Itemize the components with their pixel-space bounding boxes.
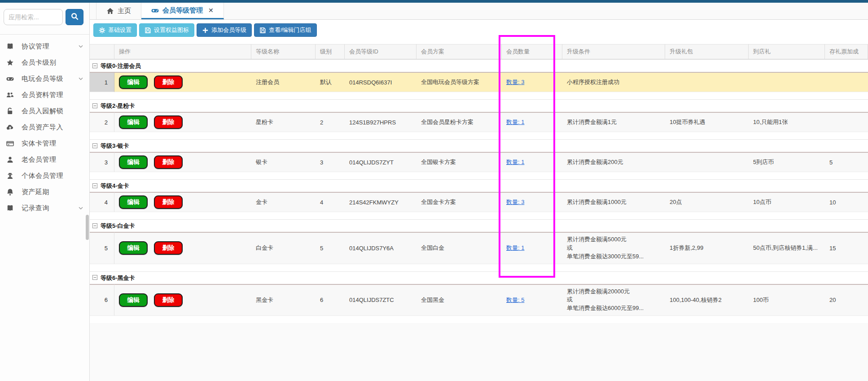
sidebar-item-会员资产导入[interactable]: 会员资产导入: [0, 119, 89, 135]
collapse-icon: [92, 103, 97, 110]
delete-button[interactable]: 删除: [154, 75, 183, 89]
empty-area: [90, 323, 868, 381]
member-count-link[interactable]: 数量: 1: [506, 158, 524, 166]
star-icon: [6, 59, 16, 66]
sidebar-item-label: 资产延期: [22, 188, 84, 196]
tab-主页[interactable]: 主页: [96, 3, 141, 19]
users-icon: [6, 91, 16, 99]
sidebar-item-个体会员管理[interactable]: 个体会员管理: [0, 168, 89, 184]
group-title: 等级2-星粉卡: [101, 102, 135, 110]
plus-icon: [202, 27, 209, 34]
sidebar-item-协议管理[interactable]: 协议管理: [0, 38, 89, 54]
row-number-cell: 1: [90, 72, 114, 92]
ticket-bonus-cell: 10: [825, 192, 868, 212]
sidebar-item-label: 记录查询: [22, 204, 78, 213]
toolbar-button-label: 添加会员等级: [211, 26, 246, 34]
level-name-cell: 黑金卡: [251, 284, 316, 316]
toolbar-button-添加会员等级[interactable]: 添加会员等级: [197, 23, 252, 37]
member-count-link[interactable]: 数量: 1: [506, 244, 524, 252]
upgrade-condition-cell: 累计消费金额满5000元 或 单笔消费金额达3000元至59...: [562, 232, 665, 264]
member-count-link[interactable]: 数量: 3: [506, 198, 524, 206]
user-secret-icon: [6, 172, 16, 180]
arrival-gift-cell: 10点币: [749, 192, 825, 212]
member-count-cell: 数量: 3: [502, 72, 562, 92]
level-cell: 6: [316, 284, 345, 316]
column-header-会员方案: 会员方案: [416, 44, 502, 59]
delete-button[interactable]: 删除: [154, 115, 183, 129]
collapse-icon: [92, 143, 97, 150]
row-number-cell: 6: [90, 284, 114, 316]
level-name-cell: 金卡: [251, 192, 316, 212]
sidebar-scrollbar-thumb[interactable]: [86, 215, 89, 240]
member-level-id-cell: 014RSDQ6I637I: [345, 72, 416, 92]
group-header-row[interactable]: 等级0-注册会员: [90, 59, 868, 72]
delete-button[interactable]: 删除: [154, 195, 183, 209]
group-header-row[interactable]: 等级3-银卡: [90, 139, 868, 152]
row-spacer: [90, 316, 868, 323]
toolbar: 基础设置设置权益图标添加会员等级查看/编辑门店组: [90, 20, 868, 40]
sidebar-item-记录查询[interactable]: 记录查询: [0, 200, 89, 216]
collapse-icon: [92, 275, 97, 281]
column-header-存礼票加成: 存礼票加成: [825, 44, 868, 59]
sidebar-item-会员入园解锁[interactable]: 会员入园解锁: [0, 103, 89, 119]
column-header-升级条件: 升级条件: [562, 44, 665, 59]
chevron-down-icon: [78, 75, 84, 82]
member-count-link[interactable]: 数量: 3: [506, 78, 524, 86]
cloud-upload-icon: [6, 124, 16, 131]
edit-button[interactable]: 编辑: [119, 75, 148, 89]
delete-button[interactable]: 删除: [154, 155, 183, 169]
upgrade-gift-cell: 100,100-40,核销券2: [665, 284, 749, 316]
delete-button[interactable]: 删除: [154, 293, 183, 307]
level-cell: 4: [316, 192, 345, 212]
upgrade-gift-cell: 1折券新,2,99: [665, 232, 749, 264]
sidebar-item-会员资料管理[interactable]: 会员资料管理: [0, 87, 89, 103]
edit-button[interactable]: 编辑: [119, 241, 148, 255]
search-button[interactable]: [66, 9, 83, 25]
sidebar-item-资产延期[interactable]: 资产延期: [0, 184, 89, 200]
group-header-row[interactable]: 等级5-白金卡: [90, 219, 868, 232]
column-header-row-number: [90, 44, 114, 59]
member-count-cell: 数量: 1: [502, 232, 562, 264]
unlock-icon: [6, 107, 16, 115]
level-name-cell: 星粉卡: [251, 112, 316, 132]
edit-button[interactable]: 编辑: [119, 293, 148, 307]
bell-icon: [6, 188, 16, 196]
delete-button[interactable]: 删除: [154, 241, 183, 255]
book-icon: [6, 204, 16, 212]
sidebar-item-label: 会员资料管理: [22, 91, 84, 99]
toolbar-button-设置权益图标[interactable]: 设置权益图标: [139, 23, 194, 37]
member-count-cell: 数量: 1: [502, 152, 562, 172]
row-spacer: [90, 264, 868, 271]
member-plan-cell: 全国会员星粉卡方案: [416, 112, 502, 132]
sidebar-item-老会员管理[interactable]: 老会员管理: [0, 151, 89, 168]
sidebar-item-会员卡级别[interactable]: 会员卡级别: [0, 54, 89, 71]
search-icon: [70, 12, 79, 22]
member-count-link[interactable]: 数量: 1: [506, 118, 524, 126]
group-header-row[interactable]: 等级2-星粉卡: [90, 99, 868, 112]
group-title: 等级4-金卡: [101, 182, 129, 190]
member-count-link[interactable]: 数量: 5: [506, 296, 524, 304]
search-input[interactable]: [4, 9, 63, 25]
sidebar-item-label: 老会员管理: [22, 155, 84, 164]
edit-button[interactable]: 编辑: [119, 195, 148, 209]
member-count-cell: 数量: 3: [502, 192, 562, 212]
sidebar-item-电玩会员等级[interactable]: 电玩会员等级: [0, 71, 89, 87]
group-title: 等级0-注册会员: [101, 62, 141, 70]
arrival-gift-cell: 100币: [749, 284, 825, 316]
group-header-row[interactable]: 等级6-黑金卡: [90, 271, 868, 284]
row-number-cell: 5: [90, 232, 114, 264]
edit-button[interactable]: 编辑: [119, 155, 148, 169]
save-icon: [145, 27, 151, 34]
group-title: 等级5-白金卡: [101, 222, 135, 230]
actions-cell: 编辑删除: [114, 192, 251, 212]
sidebar-item-实体卡管理[interactable]: 实体卡管理: [0, 135, 89, 151]
tab-会员等级管理[interactable]: 会员等级管理✕: [141, 3, 224, 19]
toolbar-button-基础设置[interactable]: 基础设置: [93, 23, 137, 37]
ticket-bonus-cell: [825, 72, 868, 92]
edit-button[interactable]: 编辑: [119, 115, 148, 129]
close-icon[interactable]: ✕: [208, 7, 214, 14]
credit-card-icon: [6, 140, 16, 147]
group-header-row[interactable]: 等级4-金卡: [90, 179, 868, 192]
chevron-down-icon: [78, 205, 84, 211]
toolbar-button-查看/编辑门店组[interactable]: 查看/编辑门店组: [254, 23, 317, 37]
